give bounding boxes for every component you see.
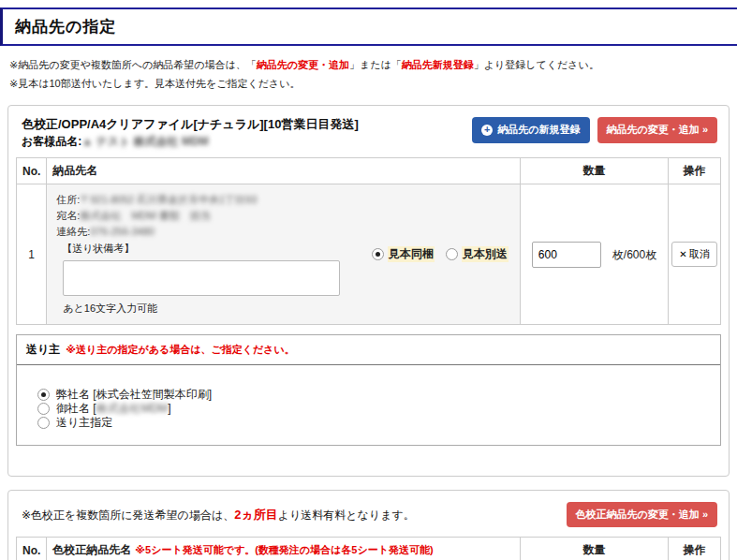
contact-label: 連絡先: bbox=[56, 226, 90, 237]
product-header: 色校正/OPP/A4クリアファイル[ナチュラル][10営業日目発送] お客様品名… bbox=[16, 113, 721, 158]
page-notes: ※納品先の変更や複数箇所への納品希望の場合は、「納品先の変更・追加」または「納品… bbox=[0, 46, 737, 99]
customer-name-value: ▲ テスト 株式会社 MDM bbox=[81, 135, 208, 148]
header-no: No. bbox=[17, 538, 47, 560]
proof-table-header-row: No. 色校正納品先名※5シート発送可能です。(数種発注の場合は各5シート発送可… bbox=[17, 538, 721, 560]
note-line-2: ※見本は10部送付いたします。見本送付先をご指定ください。 bbox=[9, 74, 730, 93]
address-value: 〒921-8052 石川県金沢市中央1丁目93 bbox=[80, 194, 257, 205]
recipient-value: 株式会社 MDM 書類 担当 bbox=[80, 210, 210, 221]
sender-company-value: 株式会社MDM bbox=[96, 402, 169, 415]
sender-option-your-company[interactable]: 御社名 [株式会社MDM] bbox=[37, 402, 711, 416]
plus-circle-icon: + bbox=[481, 125, 493, 136]
delivery-section: 色校正/OPP/A4クリアファイル[ナチュラル][10営業日目発送] お客様品名… bbox=[7, 105, 730, 478]
sample-bundle-label: 見本同梱 bbox=[388, 246, 435, 262]
proof-destination-title: 色校正納品先名 bbox=[52, 543, 131, 556]
proof-note-highlight: 2ヵ所目 bbox=[234, 508, 278, 522]
operation-cell: ✕取消 bbox=[669, 184, 721, 325]
sender-option-text: ] bbox=[168, 402, 170, 415]
note-text: 」または「 bbox=[349, 59, 402, 70]
proof-note-text: より送料有料となります。 bbox=[278, 508, 415, 522]
sender-body: 弊社名 [株式会社笠間製本印刷] 御社名 [株式会社MDM] 送り主指定 bbox=[17, 365, 720, 445]
radio-checked-icon[interactable] bbox=[37, 389, 50, 401]
header-destination-name: 納品先名 bbox=[47, 158, 521, 184]
shipping-note-label: 【送り状備考】 bbox=[62, 241, 372, 257]
page-title: 納品先の指定 bbox=[15, 16, 737, 37]
sender-option-label: 送り主指定 bbox=[56, 416, 112, 430]
radio-unchecked-icon[interactable] bbox=[37, 403, 50, 415]
note-line-1: ※納品先の変更や複数箇所への納品希望の場合は、「納品先の変更・追加」または「納品… bbox=[9, 55, 730, 74]
header-proof-destination-name: 色校正納品先名※5シート発送可能です。(数種発注の場合は各5シート発送可能) bbox=[47, 538, 521, 560]
radio-unchecked-icon[interactable] bbox=[446, 248, 458, 260]
quantity-cell: 枚/600枚 bbox=[521, 184, 669, 325]
x-icon: ✕ bbox=[679, 249, 686, 259]
header-quantity: 数量 bbox=[521, 538, 669, 560]
recipient-label: 宛名: bbox=[56, 210, 80, 221]
recipient-line: 宛名:株式会社 MDM 書類 担当 bbox=[56, 208, 372, 224]
sample-separate-label: 見本別送 bbox=[462, 246, 509, 262]
proof-delivery-table: No. 色校正納品先名※5シート発送可能です。(数種発注の場合は各5シート発送可… bbox=[16, 537, 721, 560]
sender-note: ※送り主の指定がある場合は、ご指定ください。 bbox=[66, 344, 295, 355]
sender-option-label: 御社名 [株式会社MDM] bbox=[56, 402, 171, 416]
cancel-label: 取消 bbox=[689, 248, 710, 259]
address-block: 住所:〒921-8052 石川県金沢市中央1丁目93 宛名:株式会社 MDM 書… bbox=[56, 192, 372, 317]
note-text: ※納品先の変更や複数箇所への納品希望の場合は、「 bbox=[9, 59, 257, 70]
radio-checked-icon[interactable] bbox=[372, 248, 384, 260]
quantity-unit: 枚/600枚 bbox=[612, 248, 656, 261]
new-delivery-register-label: 納品先の新規登録 bbox=[497, 125, 580, 135]
proof-note: ※色校正を複数箇所に発送希望の場合は、2ヵ所目より送料有料となります。 bbox=[22, 507, 415, 523]
chars-remaining-hint: あと16文字入力可能 bbox=[63, 301, 372, 317]
proof-section: ※色校正を複数箇所に発送希望の場合は、2ヵ所目より送料有料となります。 色校正納… bbox=[7, 490, 730, 560]
sender-option-text: 御社名 [ bbox=[56, 402, 96, 415]
sender-header: 送り主※送り主の指定がある場合は、ご指定ください。 bbox=[17, 335, 720, 365]
sample-bundle-option[interactable]: 見本同梱 bbox=[372, 246, 435, 262]
header-quantity: 数量 bbox=[521, 158, 669, 184]
note-change-add-label: 納品先の変更・追加 bbox=[257, 59, 349, 70]
delivery-table-row: 1 住所:〒921-8052 石川県金沢市中央1丁目93 宛名:株式会社 MDM… bbox=[17, 184, 721, 325]
new-delivery-register-button[interactable]: +納品先の新規登録 bbox=[472, 117, 589, 143]
cancel-button[interactable]: ✕取消 bbox=[671, 242, 716, 267]
delivery-table: No. 納品先名 数量 操作 1 住所:〒921-8052 石川県金沢市中央1丁… bbox=[16, 157, 721, 325]
header-operation: 操作 bbox=[669, 158, 721, 184]
sender-option-label: 弊社名 [株式会社笠間製本印刷] bbox=[56, 388, 212, 402]
address-line: 住所:〒921-8052 石川県金沢市中央1丁目93 bbox=[56, 192, 372, 208]
contact-value: 076-256-3480 bbox=[90, 226, 155, 237]
customer-name-label: お客様品名: bbox=[22, 135, 81, 148]
customer-name-line: お客様品名:▲ テスト 株式会社 MDM bbox=[22, 134, 359, 150]
sender-option-our-company[interactable]: 弊社名 [株式会社笠間製本印刷] bbox=[37, 388, 711, 402]
product-info: 色校正/OPP/A4クリアファイル[ナチュラル][10営業日目発送] お客様品名… bbox=[22, 115, 359, 151]
note-new-register-label: 納品先新規登録 bbox=[402, 59, 474, 70]
sender-title: 送り主 bbox=[26, 343, 60, 356]
note-text: 」より登録してください。 bbox=[474, 59, 599, 70]
contact-line: 連絡先:076-256-3480 bbox=[56, 224, 372, 240]
quantity-input[interactable] bbox=[532, 242, 601, 268]
sample-shipping-options: 見本同梱 見本別送 bbox=[372, 246, 514, 262]
sender-option-custom[interactable]: 送り主指定 bbox=[37, 416, 711, 430]
row-number: 1 bbox=[17, 184, 47, 325]
page-title-block: 納品先の指定 bbox=[0, 7, 737, 46]
delivery-change-add-button[interactable]: 納品先の変更・追加 » bbox=[597, 117, 717, 143]
radio-unchecked-icon[interactable] bbox=[37, 417, 50, 429]
proof-delivery-change-add-button[interactable]: 色校正納品先の変更・追加 » bbox=[567, 502, 717, 527]
header-no: No. bbox=[17, 158, 47, 184]
address-label: 住所: bbox=[56, 194, 80, 205]
delivery-table-header-row: No. 納品先名 数量 操作 bbox=[17, 158, 721, 184]
product-title: 色校正/OPP/A4クリアファイル[ナチュラル][10営業日目発送] bbox=[22, 115, 359, 134]
destination-cell: 住所:〒921-8052 石川県金沢市中央1丁目93 宛名:株式会社 MDM 書… bbox=[47, 184, 521, 325]
header-buttons: +納品先の新規登録 納品先の変更・追加 » bbox=[472, 117, 717, 143]
sender-box: 送り主※送り主の指定がある場合は、ご指定ください。 弊社名 [株式会社笠間製本印… bbox=[16, 334, 721, 446]
proof-note-text: ※色校正を複数箇所に発送希望の場合は、 bbox=[22, 508, 234, 522]
shipping-note-input[interactable] bbox=[63, 260, 340, 296]
proof-destination-note: ※5シート発送可能です。(数種発注の場合は各5シート発送可能) bbox=[135, 544, 433, 555]
sample-separate-option[interactable]: 見本別送 bbox=[446, 246, 509, 262]
proof-note-row: ※色校正を複数箇所に発送希望の場合は、2ヵ所目より送料有料となります。 色校正納… bbox=[16, 498, 721, 537]
page: 納品先の指定 ※納品先の変更や複数箇所への納品希望の場合は、「納品先の変更・追加… bbox=[0, 7, 737, 560]
header-operation: 操作 bbox=[669, 538, 721, 560]
